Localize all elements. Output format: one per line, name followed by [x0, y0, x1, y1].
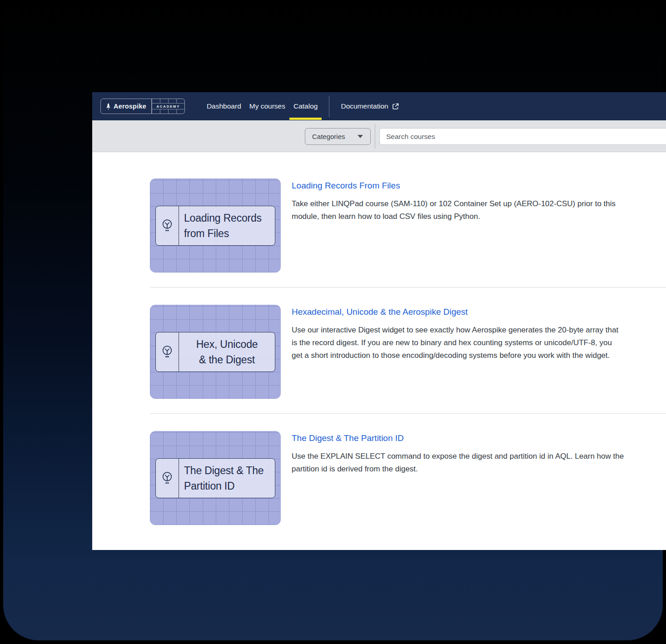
- course-info: Hexadecimal, Unicode & the Aerospike Dig…: [292, 307, 666, 399]
- nav-item-label: Dashboard: [207, 102, 241, 110]
- course-description: Use our interactive Digest widget to see…: [292, 324, 666, 362]
- course-info: Loading Records From Files Take either L…: [292, 181, 666, 272]
- aerospike-logo: Aerospike: [101, 99, 152, 114]
- course-thumbnail[interactable]: Hex, Unicode & the Digest: [150, 305, 281, 399]
- course-row: Loading Records from Files Loading Recor…: [150, 178, 666, 272]
- thumbnail-title-line: & the Digest: [199, 352, 255, 367]
- documentation-label: Documentation: [341, 102, 388, 110]
- badge-grid-bottom: [152, 109, 184, 114]
- thumbnail-title-line: Partition ID: [184, 478, 275, 494]
- thumbnail-icon-cell: [156, 332, 179, 372]
- aerospike-academy-logo[interactable]: Aerospike ACADEMY: [100, 99, 185, 114]
- categories-label: Categories: [312, 133, 345, 140]
- course-list: Loading Records from Files Loading Recor…: [92, 152, 666, 525]
- thumbnail-label: The Digest & The Partition ID: [155, 458, 275, 498]
- academy-badge: ACADEMY: [152, 99, 184, 114]
- thumbnail-label: Hex, Unicode & the Digest: [155, 332, 275, 372]
- rocket-icon: [106, 103, 111, 110]
- thumbnail-title-line: from Files: [184, 226, 275, 241]
- lightbulb-icon: [160, 471, 174, 486]
- search-input[interactable]: [379, 128, 666, 145]
- course-title-link[interactable]: The Digest & The Partition ID: [292, 433, 666, 443]
- course-info: The Digest & The Partition ID Use the EX…: [292, 433, 666, 525]
- course-thumbnail[interactable]: The Digest & The Partition ID: [150, 431, 281, 525]
- categories-dropdown[interactable]: Categories: [305, 128, 371, 145]
- course-title-link[interactable]: Loading Records From Files: [292, 181, 666, 191]
- documentation-link[interactable]: Documentation: [341, 102, 398, 110]
- thumbnail-title-line: The Digest & The: [184, 463, 275, 478]
- nav-item-catalog[interactable]: Catalog: [293, 92, 318, 120]
- catalog-toolbar: Categories: [92, 120, 666, 152]
- course-divider: [150, 413, 666, 414]
- toolbar-divider: [375, 124, 375, 149]
- nav-item-dashboard[interactable]: Dashboard: [207, 92, 241, 120]
- lightbulb-icon: [160, 344, 174, 360]
- app-window: Aerospike ACADEMY Dashboard My courses C…: [92, 92, 666, 550]
- thumbnail-icon-cell: [156, 459, 179, 498]
- course-divider: [150, 287, 666, 287]
- thumbnail-title: Loading Records from Files: [179, 206, 275, 245]
- thumbnail-icon-cell: [156, 206, 179, 245]
- course-description: Use the EXPLAIN SELECT command to expose…: [292, 450, 666, 476]
- thumbnail-title-line: Hex, Unicode: [196, 337, 258, 352]
- course-thumbnail[interactable]: Loading Records from Files: [150, 178, 281, 272]
- external-link-icon: [392, 103, 399, 110]
- nav-item-label: My courses: [249, 102, 285, 110]
- caret-down-icon: [358, 135, 363, 138]
- primary-nav: Dashboard My courses Catalog: [207, 92, 318, 120]
- navbar-divider: [329, 96, 329, 117]
- badge-label: ACADEMY: [152, 104, 184, 109]
- badge-grid-top: [152, 99, 184, 104]
- course-row: Hex, Unicode & the Digest Hexadecimal, U…: [150, 305, 666, 399]
- course-description: Take either LINQPad course (SAM-110) or …: [292, 198, 666, 223]
- nav-item-my-courses[interactable]: My courses: [249, 92, 285, 120]
- brand-name: Aerospike: [114, 103, 146, 110]
- lightbulb-icon: [160, 218, 174, 233]
- thumbnail-title-line: Loading Records: [184, 210, 275, 226]
- thumbnail-title: The Digest & The Partition ID: [179, 459, 275, 498]
- thumbnail-label: Loading Records from Files: [155, 206, 275, 246]
- course-row: The Digest & The Partition ID The Digest…: [150, 431, 666, 525]
- top-navbar: Aerospike ACADEMY Dashboard My courses C…: [92, 92, 666, 120]
- course-title-link[interactable]: Hexadecimal, Unicode & the Aerospike Dig…: [292, 307, 666, 317]
- nav-item-label: Catalog: [293, 102, 318, 110]
- thumbnail-title: Hex, Unicode & the Digest: [179, 332, 275, 372]
